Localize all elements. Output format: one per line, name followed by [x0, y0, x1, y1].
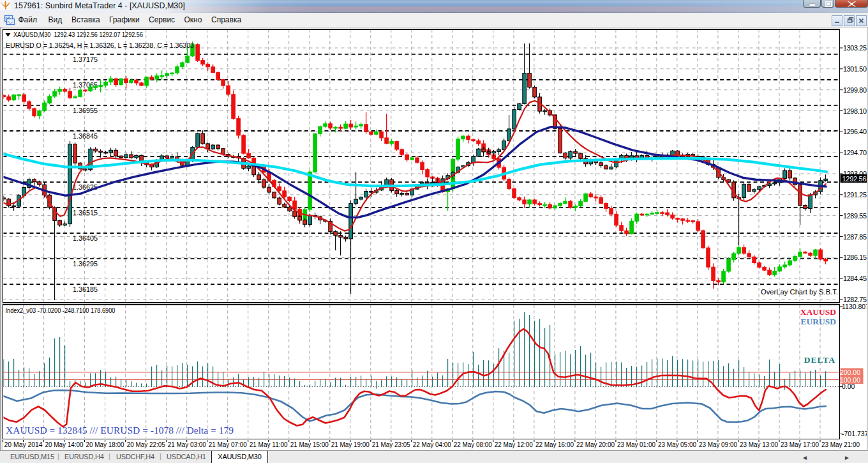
svg-text:1.36845: 1.36845 [73, 132, 98, 140]
svg-text:EURUSD O = 1.36254, H = 1.3632: EURUSD O = 1.36254, H = 1.36326, L = 1.3… [6, 42, 194, 49]
svg-text:1130.8075: 1130.8075 [842, 303, 868, 310]
svg-text:1292.56: 1292.56 [842, 175, 867, 183]
svg-text:1284.45: 1284.45 [843, 275, 867, 282]
svg-text:1287.85: 1287.85 [843, 233, 867, 241]
svg-text:1.37175: 1.37175 [73, 56, 98, 63]
svg-text:XAUUSD,M30 1292.43 1292.56 12: XAUUSD,M30 1292.43 1292.56 1292.07 1292.… [13, 31, 143, 38]
svg-text:1289.55: 1289.55 [843, 212, 867, 220]
svg-text:1.36295: 1.36295 [73, 260, 98, 268]
svg-text:DELTA: DELTA [804, 355, 835, 365]
svg-text:XAUUSD: XAUUSD [800, 307, 837, 317]
svg-text:1.36955: 1.36955 [73, 107, 98, 114]
svg-text:1.36515: 1.36515 [73, 209, 98, 216]
svg-text:1298.10: 1298.10 [843, 107, 867, 115]
svg-text:1301.50: 1301.50 [843, 65, 867, 73]
svg-text:1.36405: 1.36405 [73, 234, 98, 242]
svg-text:1.36185: 1.36185 [73, 285, 98, 293]
svg-text:1299.80: 1299.80 [843, 86, 867, 94]
svg-text:XAUUSD = 132845 /// EURUSD = -: XAUUSD = 132845 /// EURUSD = -1078 /// D… [6, 425, 234, 436]
svg-text:-701.7375: -701.7375 [842, 430, 868, 437]
svg-text:1291.25: 1291.25 [843, 191, 867, 199]
svg-text:200.00: 200.00 [840, 368, 860, 376]
svg-text:23 May 21:00: 23 May 21:00 [821, 441, 860, 448]
svg-text:1296.40: 1296.40 [843, 128, 867, 135]
svg-text:OverLay Chart by S.B.T.: OverLay Chart by S.B.T. [761, 288, 838, 296]
svg-text:0.00: 0.00 [842, 383, 855, 390]
svg-text:Index2_v03 -70.0200 -248.7100: Index2_v03 -70.0200 -248.7100 178.6900 [6, 307, 116, 314]
svg-text:EURUSD: EURUSD [800, 317, 836, 326]
svg-text:1303.25: 1303.25 [843, 44, 867, 52]
svg-text:1294.70: 1294.70 [843, 149, 867, 156]
svg-text:1286.15: 1286.15 [843, 254, 867, 261]
